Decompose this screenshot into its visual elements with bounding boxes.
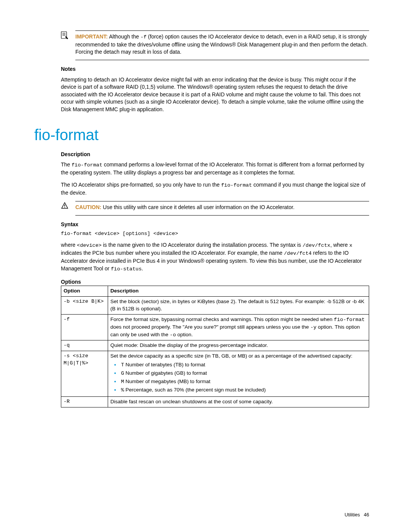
- caution-icon: [61, 202, 68, 212]
- options-header-row: Option Description: [61, 286, 369, 297]
- opt-f-code2: -y: [310, 324, 316, 330]
- description-p2: The IO Accelerator ships pre-formatted, …: [61, 181, 369, 197]
- important-text-1: Although the: [108, 34, 140, 40]
- opt-b-desc: Set the block (sector) size, in bytes or…: [108, 297, 369, 315]
- list-item: M Number of megabytes (MB) to format: [110, 378, 366, 386]
- important-label: IMPORTANT:: [75, 34, 108, 40]
- desc-p1-a: The: [61, 161, 72, 168]
- desc-p1-b: command performs a low-level format of t…: [61, 161, 364, 176]
- options-col2: Description: [108, 286, 369, 297]
- syn-b: is the name given to the IO Accelerator …: [102, 242, 303, 248]
- important-code-1: -f: [140, 34, 147, 40]
- opt-R-desc: Disable fast rescan on unclean shutdowns…: [108, 396, 369, 407]
- svg-rect-5: [64, 207, 65, 208]
- opt-f: -f: [61, 314, 108, 340]
- svg-rect-4: [64, 204, 65, 206]
- syntax-heading: Syntax: [61, 221, 369, 228]
- notes-heading: Notes: [61, 66, 369, 73]
- list-item: G Number of gigabytes (GB) to format: [110, 370, 366, 377]
- desc-p2-code: fio-format: [221, 182, 252, 188]
- table-row: -q Quiet mode: Disable the display of th…: [61, 340, 369, 351]
- opt-f-desc: Force the format size, bypassing normal …: [108, 314, 369, 340]
- opt-s-bullets: T Number of terabytes (TB) to format G N…: [110, 361, 366, 394]
- caution-body: CAUTION: Use this utility with care sinc…: [75, 201, 369, 216]
- opt-q: -q: [61, 340, 108, 351]
- b1-text: Number of gigabytes (GB) to format: [124, 370, 207, 376]
- section-title: fio-format: [34, 124, 369, 145]
- b3-code: %: [121, 387, 124, 393]
- opt-s-lead: Set the device capacity as a specific si…: [110, 353, 352, 359]
- important-body: IMPORTANT: Although the -f (force) optio…: [75, 30, 369, 60]
- description-p1: The fio-format command performs a low-le…: [61, 161, 369, 176]
- b3-text: Percentage, such as 70% (the percent sig…: [124, 387, 266, 393]
- syn-code2: /dev/fctx: [303, 243, 330, 248]
- desc-p2-a: The IO Accelerator ships pre-formatted, …: [61, 182, 221, 188]
- opt-s: -s <size M|G|T|%>: [61, 351, 108, 396]
- b2-code: M: [121, 379, 124, 385]
- syntax-code: fio-format <device> [options] <device>: [61, 230, 369, 238]
- options-heading: Options: [61, 278, 369, 286]
- desc-p1-code: fio-format: [72, 162, 102, 168]
- syn-a: where: [61, 242, 77, 248]
- notes-body: Attempting to detach an IO Accelerator d…: [61, 76, 369, 113]
- description-heading: Description: [61, 151, 369, 158]
- opt-R: -R: [61, 396, 108, 407]
- footer: Utilities 46: [344, 512, 369, 519]
- footer-section: Utilities: [344, 512, 360, 518]
- caution-text: Use this utility with care since it dele…: [101, 204, 294, 210]
- table-row: -s <size M|G|T|%> Set the device capacit…: [61, 351, 369, 396]
- important-icon: [61, 31, 68, 42]
- list-item: % Percentage, such as 70% (the percent s…: [110, 387, 366, 394]
- options-col1: Option: [61, 286, 108, 297]
- b2-text: Number of megabytes (MB) to format: [124, 379, 210, 384]
- b1-code: G: [121, 371, 124, 376]
- opt-s-desc: Set the device capacity as a specific si…: [108, 351, 369, 396]
- b0-text: Number of terabytes (TB) to format: [124, 362, 205, 367]
- syn-code1: <device>: [77, 243, 102, 248]
- syn-f: .: [142, 265, 143, 272]
- opt-b: -b <size B|K>: [61, 297, 108, 315]
- table-row: -f Force the format size, bypassing norm…: [61, 314, 369, 340]
- opt-f-d: option.: [176, 332, 193, 337]
- b0-code: T: [121, 362, 124, 368]
- opt-f-code3: -o: [170, 332, 176, 338]
- caution-label: CAUTION:: [75, 204, 101, 210]
- page: IMPORTANT: Although the -f (force) optio…: [0, 0, 411, 532]
- table-row: -b <size B|K> Set the block (sector) siz…: [61, 297, 369, 315]
- syntax-desc: where <device> is the name given to the …: [61, 241, 369, 273]
- syn-c: , where: [330, 242, 349, 248]
- syn-code3: x: [349, 243, 352, 248]
- options-table: Option Description -b <size B|K> Set the…: [61, 286, 369, 407]
- important-note: IMPORTANT: Although the -f (force) optio…: [61, 30, 369, 60]
- table-row: -R Disable fast rescan on unclean shutdo…: [61, 396, 369, 407]
- footer-page: 46: [364, 512, 369, 518]
- opt-f-b: does not proceed properly. The "Are you …: [110, 324, 310, 330]
- syn-d: indicates the PCIe bus number where you …: [61, 250, 284, 256]
- syn-code4: /dev/fct4: [284, 251, 312, 256]
- opt-f-a: Force the format size, bypassing normal …: [110, 316, 334, 322]
- list-item: T Number of terabytes (TB) to format: [110, 361, 366, 369]
- opt-f-code1: fio-format: [334, 317, 365, 323]
- syn-code5: fio-status: [111, 266, 142, 272]
- caution-note: CAUTION: Use this utility with care sinc…: [61, 201, 369, 216]
- opt-q-desc: Quiet mode: Disable the display of the p…: [108, 340, 369, 351]
